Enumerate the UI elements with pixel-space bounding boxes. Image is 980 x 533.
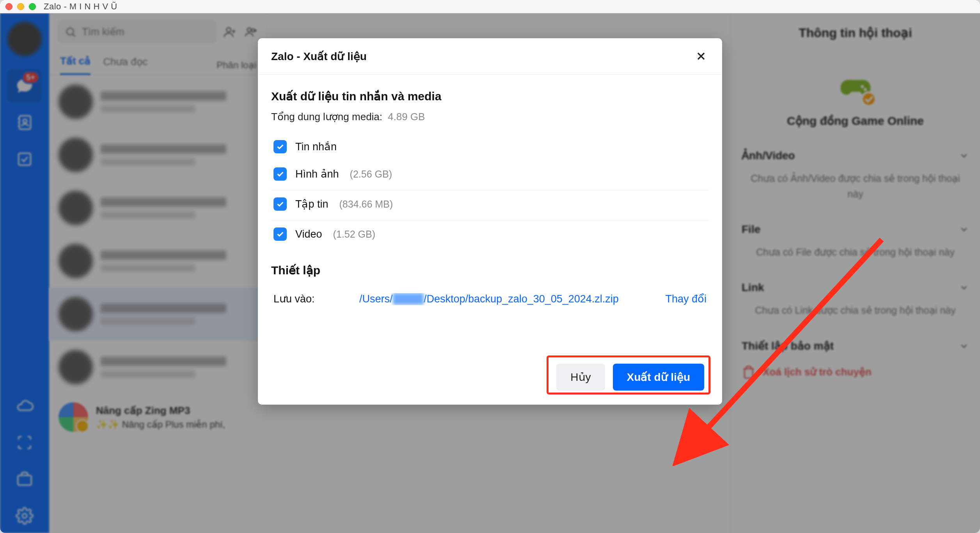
export-button[interactable]: Xuất dữ liệu: [613, 364, 704, 391]
checkbox-images[interactable]: [273, 167, 287, 181]
option-images[interactable]: Hình ảnh (2.56 GB): [271, 160, 709, 188]
check-icon: [276, 142, 284, 151]
option-messages-label: Tin nhắn: [295, 140, 337, 153]
settings-section-heading: Thiết lập: [271, 263, 709, 277]
close-icon: [695, 50, 707, 62]
option-images-label: Hình ảnh: [295, 168, 339, 180]
window-titlebar: Zalo - M I N H V Ũ: [0, 0, 980, 13]
cancel-button[interactable]: Hủy: [556, 364, 605, 391]
option-video-label: Video: [295, 228, 322, 240]
check-icon: [276, 200, 284, 208]
close-window-button[interactable]: [5, 3, 12, 10]
media-total-label: Tổng dung lượng media:: [271, 111, 382, 123]
minimize-window-button[interactable]: [17, 3, 24, 10]
option-files[interactable]: Tập tin (834.66 MB): [271, 190, 709, 218]
checkbox-messages[interactable]: [273, 140, 287, 153]
change-path-button[interactable]: Thay đổi: [665, 293, 707, 305]
check-icon: [276, 230, 284, 238]
option-files-label: Tập tin: [295, 198, 328, 210]
save-to-label: Lưu vào:: [273, 293, 344, 305]
dialog-close-button[interactable]: [693, 48, 709, 64]
zoom-window-button[interactable]: [29, 3, 36, 10]
option-images-size: (2.56 GB): [350, 169, 392, 180]
export-data-dialog: Zalo - Xuất dữ liệu Xuất dữ liệu tin nhắ…: [258, 38, 722, 405]
option-video[interactable]: Video (1.52 GB): [271, 220, 709, 248]
export-section-heading: Xuất dữ liệu tin nhắn và media: [271, 89, 709, 103]
save-path: /Users/xxxxx/Desktop/backup_zalo_30_05_2…: [359, 293, 650, 305]
option-video-size: (1.52 GB): [333, 229, 375, 240]
checkbox-video[interactable]: [273, 227, 287, 241]
modal-backdrop: Zalo - Xuất dữ liệu Xuất dữ liệu tin nhắ…: [0, 13, 980, 533]
option-messages[interactable]: Tin nhắn: [271, 133, 709, 160]
checkbox-files[interactable]: [273, 197, 287, 211]
option-files-size: (834.66 MB): [339, 199, 393, 210]
window-title: Zalo - M I N H V Ũ: [44, 2, 117, 12]
check-icon: [276, 170, 284, 178]
dialog-title: Zalo - Xuất dữ liệu: [271, 50, 367, 63]
media-total-value: 4.89 GB: [388, 111, 425, 123]
